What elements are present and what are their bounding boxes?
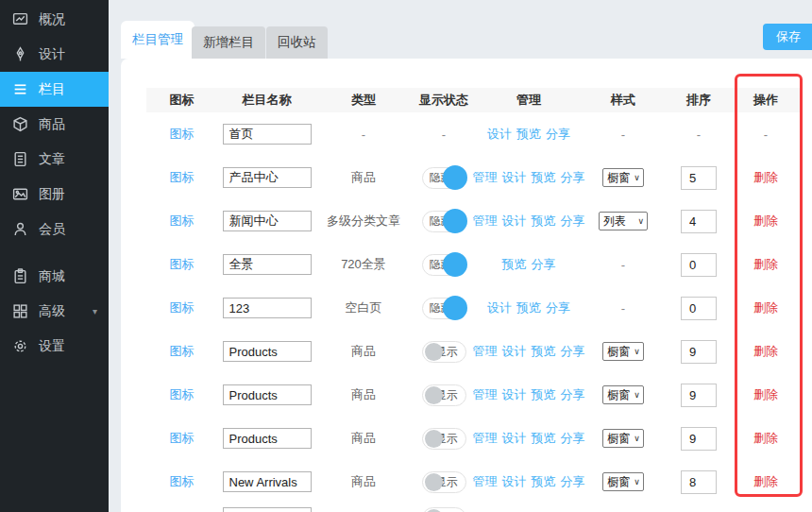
style-select[interactable]: 橱窗∨ (602, 472, 644, 491)
delete-link[interactable]: 删除 (753, 299, 778, 316)
manage-link[interactable]: 预览 (516, 126, 541, 143)
delete-link[interactable]: 删除 (753, 386, 778, 403)
manage-link[interactable]: 管理 (473, 169, 498, 186)
icon-link[interactable]: 图标 (170, 213, 195, 230)
manage-link[interactable]: 预览 (532, 386, 556, 403)
visibility-toggle[interactable]: 隐藏 (422, 167, 466, 189)
visibility-toggle[interactable]: 隐藏 (422, 254, 466, 276)
column-name-input[interactable] (223, 384, 312, 405)
tab-column-management[interactable]: 栏目管理 (121, 21, 195, 59)
column-name-input[interactable] (223, 124, 312, 145)
sort-input[interactable] (681, 427, 717, 451)
visibility-toggle[interactable]: 显示 (422, 384, 466, 406)
visibility-toggle[interactable]: 显示 (422, 341, 466, 363)
style-select[interactable]: 橱窗∨ (602, 385, 644, 404)
sort-input[interactable] (681, 384, 717, 407)
column-name-input[interactable] (223, 341, 312, 362)
manage-link[interactable]: 预览 (532, 213, 556, 230)
style-select[interactable]: 橱窗∨ (602, 342, 644, 361)
manage-link[interactable]: 预览 (502, 256, 527, 273)
manage-link[interactable]: 预览 (532, 430, 556, 447)
tab-recycle-bin[interactable]: 回收站 (266, 26, 328, 59)
sidebar-item-design[interactable]: 设计 (0, 37, 109, 72)
manage-link[interactable]: 设计 (502, 343, 527, 360)
manage-link[interactable]: 分享 (546, 126, 570, 143)
icon-link[interactable]: 图标 (170, 169, 195, 186)
manage-link[interactable]: 预览 (516, 299, 541, 316)
style-select[interactable]: 橱窗∨ (602, 429, 644, 448)
status-cell: 隐藏 (411, 254, 477, 276)
visibility-toggle[interactable]: 隐藏 (422, 298, 466, 319)
icon-link[interactable]: 图标 (170, 343, 195, 360)
column-name-input[interactable] (223, 298, 312, 318)
column-name-input[interactable] (223, 254, 312, 275)
column-name-input[interactable] (223, 167, 312, 188)
icon-link[interactable]: 图标 (170, 430, 195, 447)
table-row: 图标720全景隐藏预览分享-删除 (146, 243, 800, 286)
sidebar-item-advanced[interactable]: 高级 ▾ (0, 294, 109, 329)
icon-link[interactable]: 图标 (170, 299, 195, 316)
manage-link[interactable]: 设计 (502, 473, 527, 490)
sort-cell (666, 427, 732, 451)
visibility-toggle[interactable]: 显示 (422, 428, 466, 450)
sidebar-item-albums[interactable]: 图册 (0, 177, 109, 212)
manage-link[interactable]: 设计 (487, 299, 512, 316)
delete-link[interactable]: 删除 (753, 473, 778, 490)
manage-link[interactable]: 设计 (502, 169, 527, 186)
visibility-toggle[interactable]: 显示 (422, 471, 466, 493)
icon-link[interactable]: 图标 (170, 256, 195, 273)
sidebar-item-overview[interactable]: 概况 (0, 2, 109, 37)
manage-link[interactable]: 预览 (532, 343, 556, 360)
manage-link[interactable]: 设计 (487, 126, 512, 143)
sidebar-item-columns[interactable]: 栏目 (0, 72, 109, 107)
status-cell: 显示 (411, 503, 477, 512)
manage-link[interactable]: 管理 (473, 430, 498, 447)
style-select[interactable]: 橱窗∨ (602, 168, 644, 187)
icon-link[interactable]: 图标 (170, 386, 195, 403)
manage-link[interactable]: 管理 (473, 343, 498, 360)
sort-cell (666, 503, 732, 507)
manage-link[interactable]: 管理 (473, 386, 498, 403)
toggle-knob (443, 165, 467, 190)
sort-input[interactable] (681, 297, 717, 320)
sidebar-item-products[interactable]: 商品 (0, 107, 109, 142)
manage-link[interactable]: 分享 (546, 299, 570, 316)
column-name-input[interactable] (223, 507, 312, 512)
icon-link[interactable]: 图标 (170, 126, 195, 143)
save-button[interactable]: 保存 (763, 24, 812, 50)
sort-input[interactable] (681, 253, 717, 277)
manage-link[interactable]: 分享 (532, 256, 556, 273)
manage-link[interactable]: 预览 (532, 169, 556, 186)
column-name-input[interactable] (223, 471, 312, 492)
icon-link[interactable]: 图标 (170, 473, 195, 490)
manage-link[interactable]: 预览 (532, 473, 556, 490)
delete-link[interactable]: 删除 (753, 343, 778, 360)
style-select[interactable]: 列表∨ (599, 212, 648, 230)
tab-add-column[interactable]: 新增栏目 (192, 26, 265, 59)
style-cell: 橱窗∨ (581, 342, 666, 361)
sort-input[interactable] (681, 166, 717, 190)
manage-link[interactable]: 设计 (502, 430, 527, 447)
sort-input[interactable] (681, 470, 717, 494)
sidebar-item-settings[interactable]: 设置 (0, 329, 109, 364)
manage-link[interactable]: 设计 (502, 386, 527, 403)
manage-link[interactable]: 管理 (473, 213, 498, 230)
sort-input[interactable] (681, 210, 717, 233)
column-name-input[interactable] (223, 428, 312, 449)
style-cell: - (581, 128, 666, 142)
delete-link[interactable]: 删除 (753, 213, 778, 230)
manage-link[interactable]: 管理 (473, 473, 498, 490)
sort-input[interactable] (681, 340, 717, 364)
sidebar-item-mall[interactable]: 商城 (0, 259, 109, 294)
sidebar-item-members[interactable]: 会员 (0, 212, 109, 247)
visibility-toggle[interactable]: 隐藏 (422, 211, 466, 232)
column-name-input[interactable] (223, 211, 312, 231)
delete-link[interactable]: 删除 (753, 256, 778, 273)
delete-link[interactable]: 删除 (753, 169, 778, 186)
visibility-toggle[interactable]: 显示 (422, 507, 466, 512)
delete-link[interactable]: 删除 (753, 430, 778, 447)
sidebar-item-articles[interactable]: 文章 (0, 142, 109, 177)
manage-link[interactable]: 设计 (502, 213, 527, 230)
pen-tool-icon (12, 46, 28, 62)
sort-cell (666, 340, 732, 364)
